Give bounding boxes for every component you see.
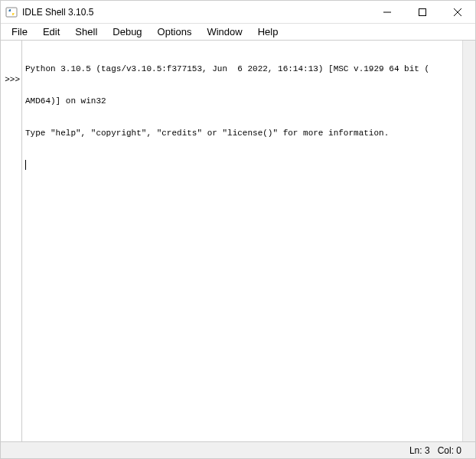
banner-line: Python 3.10.5 (tags/v3.10.5:f377153, Jun… — [25, 63, 459, 74]
close-button[interactable] — [440, 1, 475, 23]
titlebar: IDLE Shell 3.10.5 — [1, 1, 475, 24]
svg-rect-0 — [6, 8, 17, 17]
window-controls — [370, 1, 475, 23]
prompt: >>> — [1, 74, 21, 85]
input-line[interactable] — [25, 160, 459, 171]
maximize-button[interactable] — [405, 1, 440, 23]
statusbar: Ln: 3 Col: 0 — [1, 441, 475, 458]
svg-rect-2 — [419, 8, 426, 15]
python-idle-icon — [5, 6, 18, 18]
gutter-blank — [1, 53, 21, 63]
menu-help[interactable]: Help — [250, 24, 286, 39]
banner-line: Type "help", "copyright", "credits" or "… — [25, 128, 459, 138]
banner-line: AMD64)] on win32 — [25, 96, 459, 106]
status-line: Ln: 3 — [409, 445, 430, 456]
status-col: Col: 0 — [438, 445, 461, 456]
minimize-button[interactable] — [370, 1, 405, 23]
menu-window[interactable]: Window — [199, 24, 249, 39]
window-title: IDLE Shell 3.10.5 — [22, 7, 370, 18]
menubar: File Edit Shell Debug Options Window Hel… — [1, 24, 475, 41]
shell-content: >>> Python 3.10.5 (tags/v3.10.5:f377153,… — [1, 41, 475, 441]
gutter-blank — [1, 42, 21, 53]
text-cursor — [25, 160, 26, 170]
vertical-scrollbar[interactable] — [462, 41, 475, 441]
menu-edit[interactable]: Edit — [35, 24, 67, 39]
prompt-gutter: >>> — [1, 41, 22, 441]
menu-options[interactable]: Options — [150, 24, 200, 39]
menu-debug[interactable]: Debug — [105, 24, 149, 39]
gutter-blank — [1, 63, 21, 74]
menu-file[interactable]: File — [4, 24, 35, 39]
shell-editor[interactable]: Python 3.10.5 (tags/v3.10.5:f377153, Jun… — [22, 41, 462, 441]
menu-shell[interactable]: Shell — [67, 24, 105, 39]
